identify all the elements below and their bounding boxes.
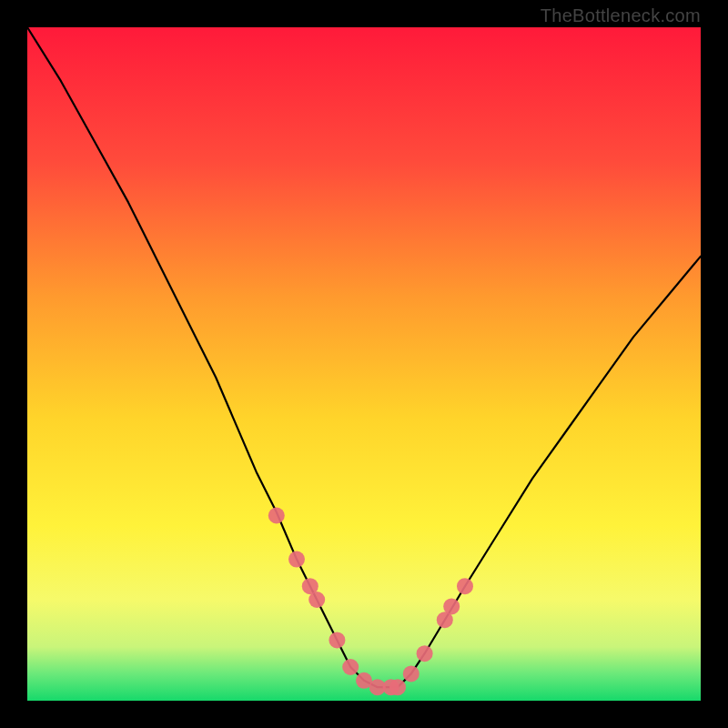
highlight-marker <box>457 578 473 594</box>
watermark-text: TheBottleneck.com <box>541 5 701 26</box>
highlight-marker <box>329 632 345 648</box>
highlight-marker <box>342 659 359 675</box>
highlight-marker <box>288 551 305 568</box>
highlight-marker <box>417 645 433 662</box>
highlight-marker <box>308 592 325 608</box>
highlight-marker <box>268 508 285 524</box>
highlight-marker <box>403 665 420 682</box>
plot-area <box>27 27 701 701</box>
gradient-background <box>27 27 701 701</box>
chart-svg <box>27 27 701 701</box>
highlight-marker <box>443 598 460 614</box>
highlight-marker <box>389 679 406 695</box>
chart-container: TheBottleneck.com <box>0 0 728 728</box>
